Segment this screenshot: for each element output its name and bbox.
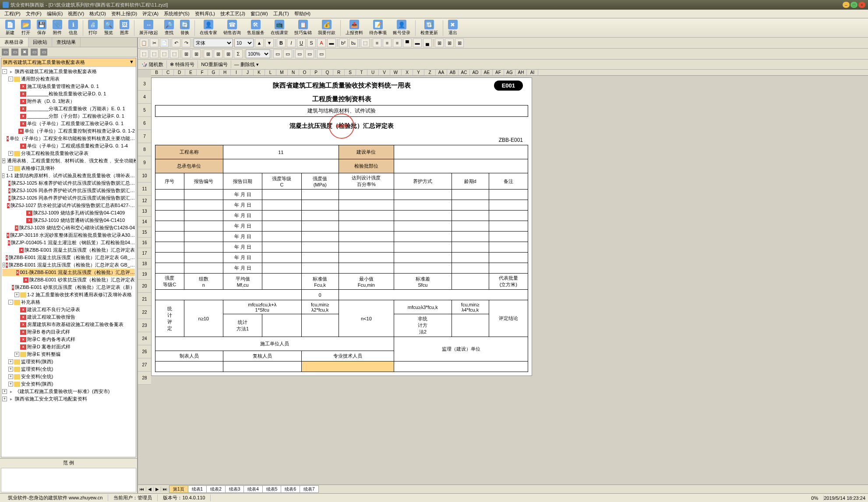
menu-item[interactable]: 帮助(H) (292, 11, 313, 17)
tree-item[interactable]: X单位（子单位）工程质量竣工验收记录G. 0. 1 (2, 120, 135, 127)
col-header[interactable]: P (311, 70, 322, 75)
tree-item[interactable]: +附录E 资料整编 (2, 351, 135, 358)
col-header[interactable]: AA (436, 70, 447, 75)
tree-tool-1[interactable]: ▭ (2, 49, 9, 56)
t2-2[interactable]: ⬚ (150, 49, 159, 58)
tree-item[interactable]: X陕ZBB-E001 混凝土抗压强度（检验批）汇总评定表 GB_… (2, 254, 135, 261)
col-header[interactable]: H (219, 70, 231, 75)
t2-12[interactable]: ▭ (283, 49, 292, 58)
tree-item[interactable]: +1-2 施工质量验收技术资料通用表修订及增补表格 (2, 291, 135, 298)
fill-icon[interactable]: ▬ (327, 39, 336, 47)
tree-item[interactable]: +安全资料(全统) (2, 373, 135, 380)
tab-first[interactable]: ⏮ (138, 487, 146, 491)
tree-item[interactable]: +▸《建筑工程施工质量验收统一标准》(西安市) (2, 388, 135, 395)
tree-item[interactable]: X陕ZSJ-1026 同条件养护砼试件抗压强度试验报告数据汇… (2, 194, 135, 202)
t2-13[interactable]: ▭ (295, 49, 304, 58)
size-select[interactable]: 10 (234, 39, 254, 47)
col-header[interactable]: AH (515, 70, 527, 75)
border-3-icon[interactable]: ⊞ (455, 39, 464, 47)
tree-item[interactable]: X陕ZBB-E001 砂浆抗压强度（检验批）汇总评定表 (2, 276, 135, 284)
tree-item[interactable]: X陕ZSJ-1010 烧结普通砖试验报告04-C1410 (2, 217, 135, 224)
underline-icon[interactable]: U (297, 39, 306, 47)
t2-10[interactable]: Σ (234, 49, 243, 58)
menu-item[interactable]: 评定(A) (140, 11, 161, 17)
align-right-icon[interactable]: ≡ (393, 39, 402, 47)
valign-bot-icon[interactable]: ▄ (423, 39, 432, 47)
col-header[interactable]: AB (447, 70, 459, 75)
tab-last[interactable]: ⏭ (161, 487, 169, 491)
t2-3[interactable]: ⬚ (160, 49, 169, 58)
tree-item[interactable]: X陕ZJP-30118 水泥砂浆整体面层检验批质量验收记录A30… (2, 232, 135, 239)
sub-icon[interactable]: b₂ (349, 39, 358, 47)
menu-item[interactable]: 编辑(E) (44, 11, 66, 17)
menu-item[interactable]: 工具(T) (271, 11, 292, 17)
sheet-tab[interactable]: 续表4 (243, 485, 263, 493)
menu-item[interactable]: 资料库(L) (192, 11, 218, 17)
random-btn[interactable]: 🎲 随机数 (140, 61, 165, 68)
toolbar-信息[interactable]: ℹ信息 (66, 19, 81, 37)
tree-item[interactable]: X单位（子单位）工程安全和功能检验资料核查及主要功能… (2, 135, 135, 142)
toolbar-图库[interactable]: 🖼图库 (117, 19, 132, 37)
toolbar-保存[interactable]: 💾保存 (34, 19, 49, 37)
toolbar-退出[interactable]: ✖退出 (445, 19, 460, 37)
menu-item[interactable]: 窗口(W) (248, 11, 271, 17)
tree-item[interactable]: X房屋建筑和市政基础设施工程竣工验收备案表 (2, 321, 135, 328)
col-header[interactable]: R (333, 70, 345, 75)
col-header[interactable]: C (162, 70, 174, 75)
bold-icon[interactable]: B (277, 39, 286, 47)
copy-icon[interactable]: 📋 (140, 39, 148, 47)
sheet-tab[interactable]: 续表3 (225, 485, 244, 493)
valign-mid-icon[interactable]: ▬ (413, 39, 422, 47)
toolbar-替换[interactable]: 🔄替换 (177, 19, 192, 37)
strike-icon[interactable]: S (307, 39, 316, 47)
left-tab[interactable]: 表格目录 (0, 38, 28, 47)
menu-item[interactable]: 技术工艺(J) (218, 11, 248, 17)
tree-item[interactable]: -补充表格 (2, 298, 135, 306)
sheet-area[interactable]: BCDEFGHIJKLMNOPQRSTUVWXYZAAABACADAEAFAGA… (138, 70, 868, 484)
col-header[interactable]: S (345, 70, 356, 75)
menu-item[interactable]: 资料上报(D) (109, 11, 140, 17)
col-header[interactable]: AE (481, 70, 493, 75)
paste-icon[interactable]: 📄 (160, 39, 169, 47)
col-header[interactable]: AI (527, 70, 538, 75)
toolbar-售后服务[interactable]: 🛠售后服务 (244, 19, 267, 37)
t2-5[interactable]: ⊞ (182, 49, 191, 58)
toolbar-查找[interactable]: 🔎查找 (162, 19, 176, 37)
tree-item[interactable]: X单位（子单位）工程观感质量检查记录G. 0. 1-4 (2, 142, 135, 150)
special-char-btn[interactable]: ✻ 特殊符号 (168, 61, 196, 68)
col-header[interactable]: Q (322, 70, 333, 75)
strikeline-btn[interactable]: — 删除线 ▾ (233, 61, 261, 68)
menu-item[interactable]: 文件(F) (23, 11, 44, 17)
left-tab[interactable]: 查找结果 (52, 38, 81, 47)
tree-item[interactable]: X________分项工程质量验收（万能表）E. 0. 1 (2, 105, 135, 112)
sheet-tab[interactable]: 续表5 (262, 485, 282, 493)
t2-1[interactable]: ⬚ (140, 49, 148, 58)
toolbar-预览[interactable]: 🔍预览 (101, 19, 116, 37)
col-header[interactable]: B (151, 70, 162, 75)
tree-item[interactable]: X施工现场质量管理检查记录A. 0. 1 (2, 83, 135, 90)
sup-icon[interactable]: b² (339, 39, 348, 47)
tree-item[interactable]: X陕ZSJ-1028 烧结空心砖和空心砌块试验报告C1428-04 (2, 224, 135, 232)
t2-6[interactable]: ⊞ (192, 49, 201, 58)
tree-item[interactable]: X________分部（子分部）工程验收记录F. 0. 1 (2, 112, 135, 120)
tree-item[interactable]: X陕ZBB-E001 砂浆抗压强度（检验批）汇总评定表（新） (2, 284, 135, 291)
tree-item[interactable]: X陕ZBB-E001 混凝土抗压强度（检验批）汇总评定表 (2, 246, 135, 254)
toolbar-检查更新[interactable]: 🔃检查更新 (418, 19, 441, 37)
tree-item[interactable]: -通用部分检查用表 (2, 75, 135, 83)
col-header[interactable]: Y (413, 70, 424, 75)
tree-item[interactable]: +分项工程检验批质量验收记录表 (2, 150, 135, 157)
menu-item[interactable]: 格式(O) (87, 11, 109, 17)
renumber-btn[interactable]: NO重新编号 (199, 61, 229, 68)
menu-item[interactable]: 系统维护(S) (161, 11, 192, 17)
color-icon[interactable]: A (317, 39, 326, 47)
tree-item[interactable]: +监理资料(全统) (2, 365, 135, 373)
align-left-icon[interactable]: ≡ (373, 39, 381, 47)
toolbar-销售咨询[interactable]: ☎销售咨询 (221, 19, 243, 37)
menu-item[interactable]: 工程(P) (2, 11, 23, 17)
size-up[interactable]: ▲ (255, 39, 264, 47)
font-select[interactable]: 宋体 (194, 39, 233, 47)
col-header[interactable]: AC (459, 70, 470, 75)
cut-icon[interactable]: ✂ (150, 39, 159, 47)
toolbar-展开/收起[interactable]: ↔展开/收起 (137, 19, 161, 37)
tree-tool-3[interactable]: ✖ (21, 49, 28, 56)
